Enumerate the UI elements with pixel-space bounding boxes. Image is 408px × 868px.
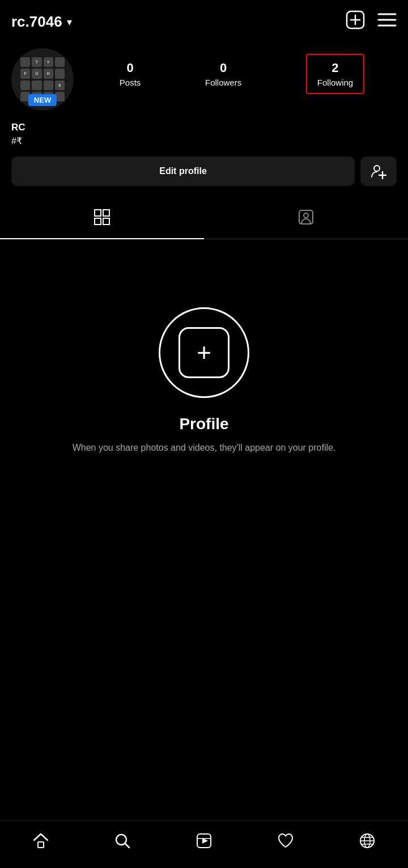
display-name: RC [11,122,397,133]
key [20,57,30,67]
svg-point-14 [304,213,308,218]
svg-rect-9 [95,210,101,216]
svg-line-17 [125,844,129,848]
username-label[interactable]: rc.7046 [11,13,62,31]
header-right [346,10,397,33]
reels-icon [196,832,212,853]
key: F [20,69,30,78]
grid-icon [94,209,110,230]
user-bio: #₹ [11,136,397,146]
key [20,81,30,90]
tagged-icon [298,209,314,230]
svg-rect-15 [38,842,44,848]
plus-icon: + [197,340,211,365]
stat-following[interactable]: 2 Following [306,54,364,94]
following-count: 2 [332,61,338,75]
stats-row: 0 Posts 0 Followers 2 Following [87,48,397,94]
globe-icon [359,832,376,853]
key: G [32,69,41,78]
share-icon-circle: + [159,307,249,398]
key: 8 [55,81,65,90]
edit-profile-button[interactable]: Edit profile [11,156,355,186]
nav-reels[interactable] [186,829,222,857]
new-badge: NEW [28,94,57,106]
content-area: + Profile When you share photos and vide… [0,239,408,523]
key [55,57,65,67]
profile-section: T Y F G H 8 9 NEW 0 Posts [0,39,408,115]
empty-state-title: Profile [179,415,228,433]
key [32,81,41,90]
tab-tagged[interactable] [204,200,408,239]
posts-count: 0 [126,61,133,75]
avatar-wrap: T Y F G H 8 9 NEW [11,48,74,111]
svg-point-6 [374,166,380,171]
heart-icon [277,832,294,853]
key: H [44,69,53,78]
menu-icon[interactable] [377,12,397,32]
nav-likes[interactable] [268,829,303,857]
svg-rect-11 [95,218,101,225]
following-label: Following [317,78,353,87]
chevron-down-icon[interactable]: ▾ [67,16,72,28]
user-info: RC #₹ [0,115,408,146]
share-icon-inner: + [178,327,230,378]
nav-profile[interactable] [350,829,385,857]
nav-search[interactable] [105,829,140,857]
followers-count: 0 [220,61,227,75]
empty-state-description: When you share photos and videos, they'l… [73,441,336,455]
stat-followers[interactable]: 0 Followers [205,61,241,87]
svg-rect-10 [103,210,109,216]
stat-posts[interactable]: 0 Posts [120,61,141,87]
home-icon [32,832,49,853]
key: T [32,57,41,67]
bottom-nav [0,820,408,868]
tabs-row [0,200,408,239]
followers-label: Followers [205,78,241,87]
header-left: rc.7046 ▾ [11,13,72,31]
key [55,69,65,78]
action-row: Edit profile [0,146,408,192]
new-post-icon[interactable] [346,10,365,33]
tab-grid[interactable] [0,200,204,239]
nav-home[interactable] [23,829,58,857]
key [44,81,53,90]
search-icon [114,832,131,853]
key: Y [44,57,53,67]
add-person-button[interactable] [360,156,397,186]
posts-label: Posts [120,78,141,87]
svg-rect-12 [103,218,109,225]
header: rc.7046 ▾ [0,0,408,39]
